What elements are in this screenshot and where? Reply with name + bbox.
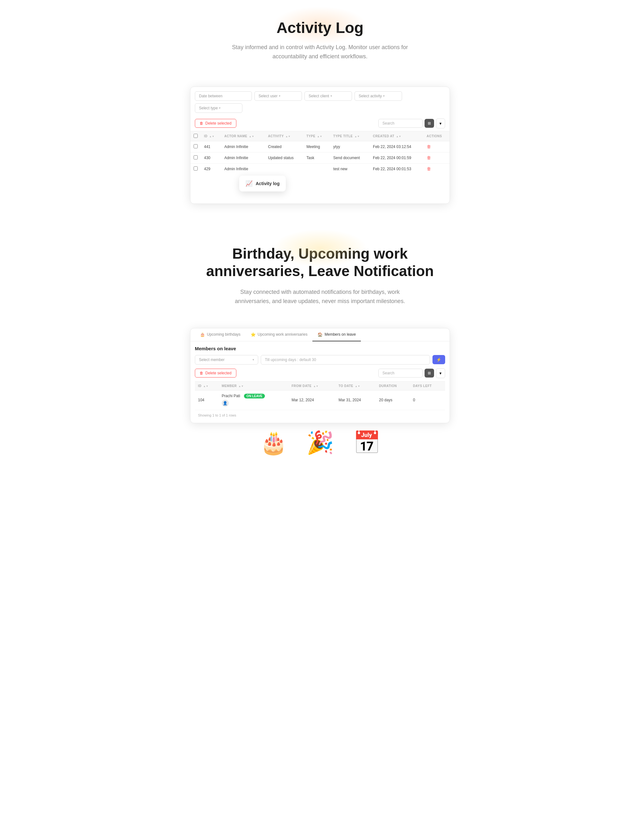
mol-duration-header: DURATION	[376, 382, 410, 390]
row-type-title: Send document	[330, 152, 370, 163]
row-checkbox-cell[interactable]	[190, 141, 201, 152]
mol-row-member: Prachi Pati ON LEAVE 👤	[219, 390, 288, 410]
mol-search-bar: Search ⊞ ▾	[378, 368, 445, 378]
chevron-down-icon: ▾	[440, 371, 442, 376]
home-icon: 🏠	[317, 332, 323, 337]
filter-button[interactable]: ⚡	[432, 355, 445, 364]
type-title-column-header: TYPE TITLE ▲▼	[330, 131, 370, 141]
sort-icon: ▲▼	[203, 385, 208, 388]
delete-row-button[interactable]: 🗑	[427, 155, 431, 160]
select-client-dropdown[interactable]: Select client ▾	[304, 91, 352, 101]
delete-selected-button[interactable]: 🗑 Delete selected	[195, 119, 236, 128]
notifications-card: 🎂 Upcoming birthdays ⭐ Upcoming work ann…	[190, 328, 450, 423]
mol-row-to-date: Mar 31, 2024	[336, 390, 376, 410]
sort-icon: ▲▼	[355, 385, 360, 388]
row-actions: 🗑	[424, 163, 450, 174]
row-created-at: Feb 22, 2024 03:12:54	[370, 141, 423, 152]
row-actions: 🗑	[424, 152, 450, 163]
mol-delete-selected-button[interactable]: 🗑 Delete selected	[195, 369, 236, 378]
mol-from-date-header: FROM DATE ▲▼	[288, 382, 335, 390]
row-checkbox[interactable]	[194, 155, 198, 159]
mol-member-header: MEMBER ▲▼	[219, 382, 288, 390]
filter-row-1: Date between Select user ▾ Select client…	[190, 87, 450, 101]
mol-to-date-header: TO DATE ▲▼	[336, 382, 376, 390]
activity-log-tooltip: 📈 Activity log	[239, 176, 286, 191]
sort-icon: ▲▼	[314, 385, 319, 388]
birthday-subtitle: Stay connected with automated notificati…	[225, 287, 415, 306]
select-activity-dropdown[interactable]: Select activity ▾	[355, 91, 402, 101]
trash-icon: 🗑	[200, 121, 203, 125]
sort-icon: ▲▼	[209, 135, 214, 138]
row-checkbox-cell[interactable]	[190, 163, 201, 174]
tab-upcoming-birthdays[interactable]: 🎂 Upcoming birthdays	[195, 329, 246, 341]
mol-search-input[interactable]: Search	[378, 369, 422, 378]
row-type-title: ytyy	[330, 141, 370, 152]
row-id: 429	[201, 163, 221, 174]
delete-row-button[interactable]: 🗑	[427, 144, 431, 149]
chart-icon: 📈	[246, 180, 253, 187]
search-bar: Search ⊞ ▾	[378, 119, 445, 128]
sort-icon: ▲▼	[355, 135, 360, 138]
tab-members-on-leave[interactable]: 🏠 Members on leave	[312, 329, 361, 341]
mol-days-left-header: DAYS LEFT	[410, 382, 445, 390]
notification-tabs: 🎂 Upcoming birthdays ⭐ Upcoming work ann…	[190, 329, 450, 341]
select-user-dropdown[interactable]: Select user ▾	[254, 91, 302, 101]
row-actor-name: Admin Infinitie	[221, 152, 265, 163]
sort-icon: ▲▼	[317, 135, 323, 138]
trash-icon: 🗑	[200, 371, 203, 375]
row-id: 430	[201, 152, 221, 163]
mol-more-options-button[interactable]: ▾	[436, 368, 445, 378]
activity-column-header: ACTIVITY ▲▼	[265, 131, 303, 141]
mol-view-toggle-button[interactable]: ⊞	[424, 369, 434, 378]
activity-log-card: Date between Select user ▾ Select client…	[190, 87, 450, 204]
activity-log-hero: Activity Log Stay informed and in contro…	[160, 0, 480, 74]
select-member-dropdown[interactable]: Select member ▾	[195, 355, 258, 364]
row-actor-name: Admin Infinitie	[221, 141, 265, 152]
mol-row-days-left: 0	[410, 390, 445, 410]
type-column-header: TYPE ▲▼	[303, 131, 330, 141]
row-type: Task	[303, 152, 330, 163]
showing-rows-text: Showing 1 to 1 of 1 rows	[195, 410, 445, 418]
row-checkbox[interactable]	[194, 167, 198, 170]
activity-log-title: Activity Log	[173, 19, 467, 37]
search-input[interactable]: Search	[378, 119, 422, 128]
view-toggle-button[interactable]: ⊞	[424, 119, 434, 128]
actor-name-column-header: ACTOR NAME ▲▼	[221, 131, 265, 141]
row-created-at: Feb 22, 2024 00:01:59	[370, 152, 423, 163]
party-popper-illustration: 🎉	[306, 430, 334, 455]
date-between-input[interactable]: Date between	[195, 91, 252, 101]
member-name: Prachi Pati	[222, 394, 240, 398]
row-type	[303, 163, 330, 174]
cake-icon: 🎂	[200, 332, 205, 337]
filter-icon: ⚡	[436, 357, 442, 362]
sort-icon: ▲▼	[285, 135, 291, 138]
select-all-checkbox[interactable]	[194, 134, 198, 138]
tab-upcoming-work-anniversaries[interactable]: ⭐ Upcoming work anniversaries	[246, 329, 312, 341]
select-all-header[interactable]	[190, 131, 201, 141]
mol-filter-row: Select member ▾ Till upcoming days : def…	[195, 355, 445, 364]
till-upcoming-days-input[interactable]: Till upcoming days : default 30	[261, 355, 430, 364]
illustrations-row: 🎂 🎉 📅	[160, 423, 480, 468]
members-on-leave-table: ID ▲▼ MEMBER ▲▼ FROM DATE ▲▼ TO DATE ▲▼ …	[195, 382, 445, 410]
row-activity: Created	[265, 141, 303, 152]
star-icon: ⭐	[251, 332, 256, 337]
sort-icon: ▲▼	[249, 135, 254, 138]
actions-column-header: ACTIONS	[424, 131, 450, 141]
delete-row-button[interactable]: 🗑	[427, 167, 431, 171]
table-row: 429 Admin Infinitie test new Feb 22, 202…	[190, 163, 450, 174]
avatar: 👤	[222, 400, 229, 407]
mol-row-id: 104	[195, 390, 219, 410]
row-checkbox-cell[interactable]	[190, 152, 201, 163]
row-checkbox[interactable]	[194, 144, 198, 148]
al-actions-row: 🗑 Delete selected Search ⊞ ▾	[190, 116, 450, 131]
row-activity: Updated status	[265, 152, 303, 163]
calendar-illustration: 📅	[353, 430, 381, 455]
chevron-down-icon: ▾	[253, 358, 254, 361]
select-type-dropdown[interactable]: Select type ▾	[195, 103, 242, 113]
created-at-column-header: CREATED AT ▲▼	[370, 131, 423, 141]
row-type: Meeting	[303, 141, 330, 152]
row-type-title: test new	[330, 163, 370, 174]
table-row: 441 Admin Infinitie Created Meeting ytyy…	[190, 141, 450, 152]
grid-icon: ⊞	[428, 371, 431, 375]
more-options-button[interactable]: ▾	[436, 119, 445, 128]
